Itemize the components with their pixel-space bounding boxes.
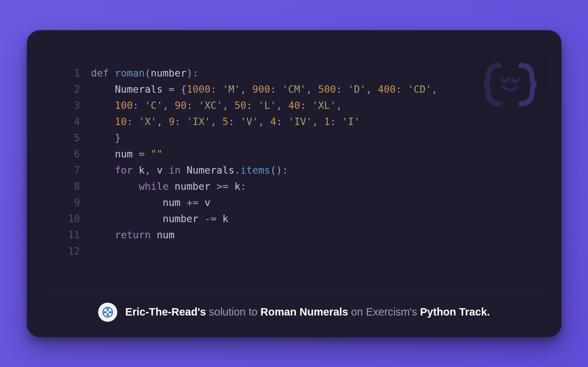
line-content: return num (91, 227, 175, 243)
line-content: 100: 'C', 90: 'XC', 50: 'L', 40: 'XL', (91, 97, 342, 114)
code-line: 4 10: 'X', 9: 'IX', 5: 'V', 4: 'IV', 1: … (60, 114, 539, 130)
code-line: 1def roman(number): (60, 65, 539, 81)
code-line: 9 num += v (60, 195, 539, 211)
attribution-exercise: Roman Numerals (261, 306, 348, 318)
code-line: 2 Numerals = {1000: 'M', 900: 'CM', 500:… (60, 81, 539, 97)
code-line: 3 100: 'C', 90: 'XC', 50: 'L', 40: 'XL', (60, 97, 539, 114)
code-line: 5 } (60, 130, 539, 146)
attribution-w1: solution to (206, 306, 260, 318)
line-number: 1 (60, 65, 80, 81)
line-content: while number >= k: (91, 178, 247, 195)
line-content: for k, v in Numerals.items(): (91, 162, 288, 178)
line-number: 9 (60, 195, 80, 211)
svg-rect-3 (104, 311, 107, 313)
line-number: 3 (60, 97, 80, 114)
line-number: 11 (60, 227, 80, 243)
line-content: num += v (91, 195, 211, 211)
svg-rect-4 (109, 311, 112, 313)
code-line: 8 while number >= k: (60, 178, 539, 195)
code-line: 6 num = "" (60, 146, 539, 162)
line-content: } (91, 130, 121, 146)
code-line: 10 number -= k (60, 211, 539, 227)
line-number: 12 (60, 243, 80, 259)
line-content: Numerals = {1000: 'M', 900: 'CM', 500: '… (91, 81, 438, 97)
svg-rect-2 (107, 313, 108, 316)
line-number: 5 (60, 130, 80, 146)
code-line: 11 return num (60, 227, 539, 243)
attribution-footer: Eric-The-Read's solution to Roman Numera… (47, 289, 541, 337)
line-number: 10 (60, 211, 80, 227)
line-number: 8 (60, 178, 80, 195)
svg-rect-1 (107, 308, 108, 311)
line-content: def roman(number): (91, 65, 199, 81)
line-content: 10: 'X', 9: 'IX', 5: 'V', 4: 'IV', 1: 'I… (91, 114, 360, 130)
code-block[interactable]: 1def roman(number):2 Numerals = {1000: '… (27, 30, 562, 289)
line-number: 2 (60, 81, 80, 97)
line-content: num = "" (91, 146, 163, 162)
attribution-track: Python Track. (420, 306, 490, 318)
attribution-w2: on Exercism's (348, 306, 420, 318)
line-content: number -= k (91, 211, 229, 227)
attribution-text: Eric-The-Read's solution to Roman Numera… (125, 306, 490, 318)
user-avatar-icon (98, 303, 117, 322)
line-number: 4 (60, 114, 80, 130)
code-line: 7 for k, v in Numerals.items(): (60, 162, 539, 178)
line-number: 6 (60, 146, 80, 162)
code-card: 1def roman(number):2 Numerals = {1000: '… (27, 30, 562, 337)
code-line: 12 (60, 243, 539, 259)
line-number: 7 (60, 162, 80, 178)
attribution-user: Eric-The-Read's (125, 306, 206, 318)
